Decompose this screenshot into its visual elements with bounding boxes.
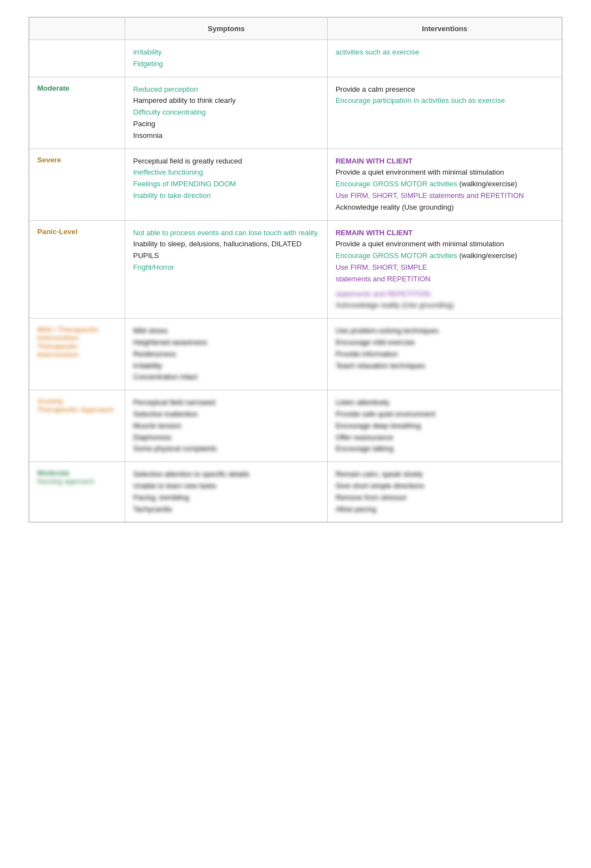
anxiety-table: Symptoms Interventions irritabilityFidge…	[28, 17, 563, 523]
cell-level	[29, 40, 125, 77]
symptom-text: Hampered ability to think clearly	[133, 95, 319, 107]
cell-interventions: activities such as exercise	[327, 40, 562, 77]
header-symptoms: Symptoms	[125, 18, 328, 40]
level-label-panic: Panic-Level	[37, 227, 77, 236]
symptom-text: Fidgeting	[133, 58, 319, 70]
header-level	[29, 18, 125, 40]
blurred-table-row: Mild / Therapeutic InterventionTherapeut…	[29, 319, 562, 390]
blurred-cell-interventions: Listen attentivelyProvide safe quiet env…	[327, 390, 562, 462]
symptom-text: Perceptual field is greatly reduced	[133, 156, 319, 167]
intervention-header: REMAIN WITH CLIENT	[336, 227, 554, 239]
cell-symptoms-moderate: Reduced perceptionHampered ability to th…	[125, 77, 328, 148]
blurred-cell-level: ModerateNursing approach	[29, 462, 125, 522]
cell-level-panic: Panic-Level	[29, 220, 125, 319]
intervention-text: activities such as exercise	[336, 47, 554, 58]
symptom-text: Inability to take direction	[133, 190, 319, 202]
cell-symptoms-severe: Perceptual field is greatly reducedIneff…	[125, 148, 328, 220]
blurred-cell-symptoms: Selective attention to specific detailsU…	[125, 462, 328, 522]
table-header-row: Symptoms Interventions	[29, 18, 562, 40]
blurred-table-row: AnxietyTherapeutic ApproachPerceptual fi…	[29, 390, 562, 462]
blurred-cell-level: Mild / Therapeutic InterventionTherapeut…	[29, 319, 125, 390]
intervention-text: Encourage participation in activities su…	[336, 95, 554, 107]
symptom-text: Reduced perception	[133, 84, 319, 96]
cell-interventions-moderate: Provide a calm presenceEncourage partici…	[327, 77, 562, 148]
symptom-text: Ineffective functioning	[133, 167, 319, 178]
intervention-text: Provide a calm presence	[336, 84, 554, 96]
symptom-text: Inability to sleep, delusions, hallucina…	[133, 239, 319, 262]
intervention-text: Encourage GROSS MOTOR activities (walkin…	[336, 250, 554, 262]
table-row-panic: Panic-LevelNot able to process events an…	[29, 220, 562, 319]
header-interventions: Interventions	[327, 18, 562, 40]
intervention-text: statements and REPETITION	[336, 274, 554, 285]
symptom-text: irritability	[133, 47, 319, 58]
intervention-text: Use FIRM, SHORT, SIMPLE	[336, 262, 554, 274]
intervention-text: Encourage GROSS MOTOR activities (walkin…	[336, 178, 554, 190]
level-label-severe: Severe	[37, 156, 61, 164]
cell-interventions-severe: REMAIN WITH CLIENTProvide a quiet enviro…	[327, 148, 562, 220]
cell-symptoms: irritabilityFidgeting	[125, 40, 328, 77]
symptom-text: Insomnia	[133, 130, 319, 142]
symptom-text: Pacing	[133, 118, 319, 130]
blurred-table-row: ModerateNursing approachSelective attent…	[29, 462, 562, 522]
table-row-moderate: ModerateReduced perceptionHampered abili…	[29, 77, 562, 148]
symptom-text: Feelings of IMPENDING DOOM	[133, 178, 319, 190]
blurred-cell-interventions: Remain calm, speak slowlyGive short simp…	[327, 462, 562, 522]
intervention-text: Use FIRM, SHORT, SIMPLE statements and R…	[336, 190, 554, 202]
symptom-text: Not able to process events and can lose …	[133, 227, 319, 239]
intervention-text: Provide a quiet environment with minimal…	[336, 167, 554, 178]
blurred-intervention-text: statements and REPETITIONAcknowledge rea…	[336, 289, 554, 312]
cell-symptoms-panic: Not able to process events and can lose …	[125, 220, 328, 319]
level-label-moderate: Moderate	[37, 84, 70, 92]
symptom-text: Difficulty concentrating	[133, 107, 319, 118]
blurred-cell-level: AnxietyTherapeutic Approach	[29, 390, 125, 462]
cell-level-moderate: Moderate	[29, 77, 125, 148]
blurred-cell-symptoms: Perceptual field narrowedSelective inatt…	[125, 390, 328, 462]
symptom-text: Fright/Horror	[133, 262, 319, 274]
table-row: irritabilityFidgetingactivities such as …	[29, 40, 562, 77]
intervention-header: REMAIN WITH CLIENT	[336, 156, 554, 167]
cell-level-severe: Severe	[29, 148, 125, 220]
blurred-cell-symptoms: Mild stressHeightened awarenessRestlessn…	[125, 319, 328, 390]
table-row-severe: SeverePerceptual field is greatly reduce…	[29, 148, 562, 220]
intervention-text: Provide a quiet environment with minimal…	[336, 239, 554, 250]
intervention-text: Acknowledge reality (Use grounding)	[336, 202, 554, 214]
blurred-cell-interventions: Use problem-solving techniquesEncourage …	[327, 319, 562, 390]
cell-interventions-panic: REMAIN WITH CLIENTProvide a quiet enviro…	[327, 220, 562, 319]
